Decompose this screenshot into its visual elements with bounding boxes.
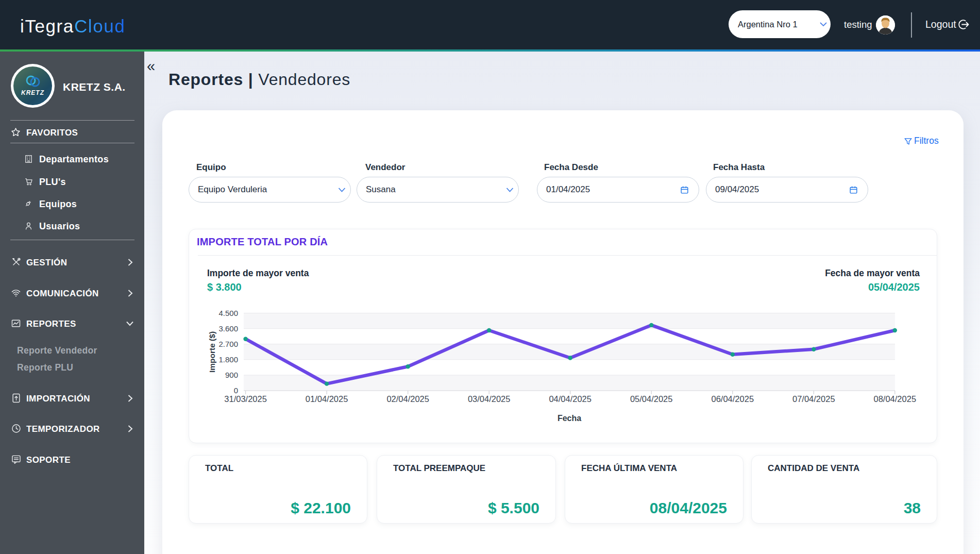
- svg-text:Fecha: Fecha: [557, 414, 581, 423]
- svg-text:05/04/2025: 05/04/2025: [630, 394, 673, 404]
- svg-text:Importe ($): Importe ($): [208, 331, 216, 373]
- svg-text:04/04/2025: 04/04/2025: [549, 394, 592, 404]
- svg-text:01/04/2025: 01/04/2025: [306, 394, 348, 404]
- svg-text:03/04/2025: 03/04/2025: [468, 394, 511, 404]
- svg-text:900: 900: [225, 371, 238, 379]
- svg-text:4.500: 4.500: [218, 309, 238, 317]
- svg-text:31/03/2025: 31/03/2025: [224, 394, 267, 404]
- svg-text:1.800: 1.800: [218, 355, 238, 364]
- svg-text:02/04/2025: 02/04/2025: [386, 394, 429, 404]
- svg-text:07/04/2025: 07/04/2025: [792, 394, 835, 404]
- svg-text:08/04/2025: 08/04/2025: [874, 394, 917, 404]
- svg-text:2.700: 2.700: [218, 340, 238, 348]
- svg-text:0: 0: [234, 386, 238, 395]
- svg-text:KRETZ: KRETZ: [21, 89, 44, 96]
- svg-text:3.600: 3.600: [218, 324, 238, 333]
- svg-text:06/04/2025: 06/04/2025: [712, 394, 754, 404]
